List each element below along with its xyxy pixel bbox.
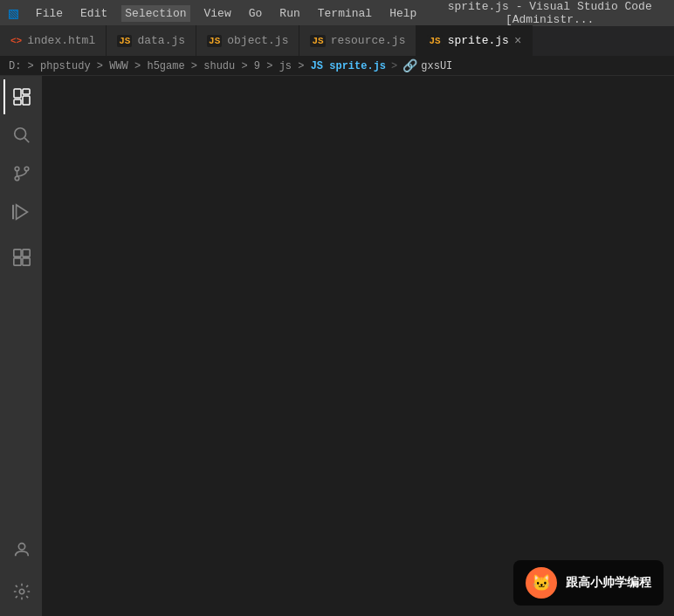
tab-label: sprite.js (448, 34, 509, 47)
breadcrumb-path: D: > phpstudy > WWW > h5game > shudu > 9… (9, 60, 386, 72)
app-icon: ▧ (9, 3, 18, 23)
menu-view[interactable]: View (201, 5, 235, 22)
svg-point-17 (19, 589, 24, 594)
window-title: sprite.js - Visual Studio Code [Administ… (434, 0, 665, 26)
svg-rect-13 (23, 250, 30, 257)
tab-resource-js[interactable]: JS resource.js (299, 25, 416, 56)
svg-point-4 (15, 128, 26, 140)
code-area: 🐱 跟高小帅学编程 (42, 76, 674, 616)
source-control-icon[interactable] (3, 156, 38, 191)
source-control-label: gxsUI (421, 60, 452, 72)
tab-sprite-js[interactable]: JS sprite.js × (416, 25, 533, 56)
svg-line-5 (24, 138, 29, 142)
menu-file[interactable]: File (32, 5, 66, 22)
js-icon: JS (427, 35, 442, 47)
breadcrumb-sep: > (391, 60, 397, 72)
svg-rect-2 (23, 96, 30, 105)
title-bar: ▧ File Edit Selection View Go Run Termin… (0, 0, 674, 26)
svg-rect-3 (14, 99, 21, 105)
gutter (79, 76, 94, 616)
svg-point-16 (18, 544, 24, 550)
breadcrumb: D: > phpstudy > WWW > h5game > shudu > 9… (0, 57, 674, 76)
svg-rect-12 (14, 250, 21, 257)
tab-label: data.js (137, 34, 185, 47)
tab-object-js[interactable]: JS object.js (196, 25, 299, 56)
extensions-icon[interactable] (3, 240, 38, 275)
menu-terminal[interactable]: Terminal (314, 5, 375, 22)
menu-selection[interactable]: Selection (121, 5, 189, 22)
tab-label: object.js (227, 34, 288, 47)
settings-icon[interactable] (3, 574, 38, 609)
svg-point-7 (24, 167, 29, 171)
close-tab-icon[interactable]: × (514, 35, 521, 47)
js-icon: JS (207, 35, 222, 47)
js-icon: JS (310, 35, 325, 47)
tabs-bar: <> index.html JS data.js JS object.js JS… (0, 26, 674, 57)
code-container (42, 76, 674, 616)
explorer-icon[interactable] (3, 79, 38, 114)
main-content: 🐱 跟高小帅学编程 (0, 76, 674, 616)
svg-rect-14 (14, 258, 21, 265)
code-lines[interactable] (94, 76, 674, 616)
tab-label: index.html (27, 34, 95, 47)
svg-point-6 (15, 167, 19, 171)
svg-rect-15 (23, 258, 30, 265)
watermark-text: 跟高小帅学编程 (566, 575, 651, 591)
svg-point-8 (15, 176, 19, 181)
line-numbers (42, 76, 79, 616)
debug-icon[interactable] (3, 195, 38, 229)
tab-label: resource.js (331, 34, 406, 47)
search-icon[interactable] (3, 118, 38, 153)
menu-run[interactable]: Run (276, 5, 303, 22)
menu-bar: File Edit Selection View Go Run Terminal… (32, 5, 421, 22)
accounts-icon[interactable] (3, 532, 38, 567)
watermark-avatar: 🐱 (526, 567, 557, 599)
svg-rect-0 (14, 89, 21, 98)
tab-data-js[interactable]: JS data.js (107, 25, 196, 56)
activity-bar (0, 76, 42, 616)
menu-help[interactable]: Help (386, 5, 420, 22)
svg-rect-1 (23, 89, 30, 94)
js-icon: JS (117, 35, 132, 47)
tab-index-html[interactable]: <> index.html (0, 25, 107, 56)
watermark: 🐱 跟高小帅学编程 (513, 560, 664, 606)
html-icon: <> (10, 36, 22, 46)
menu-go[interactable]: Go (245, 5, 266, 22)
svg-marker-10 (17, 205, 28, 220)
menu-edit[interactable]: Edit (77, 5, 111, 22)
